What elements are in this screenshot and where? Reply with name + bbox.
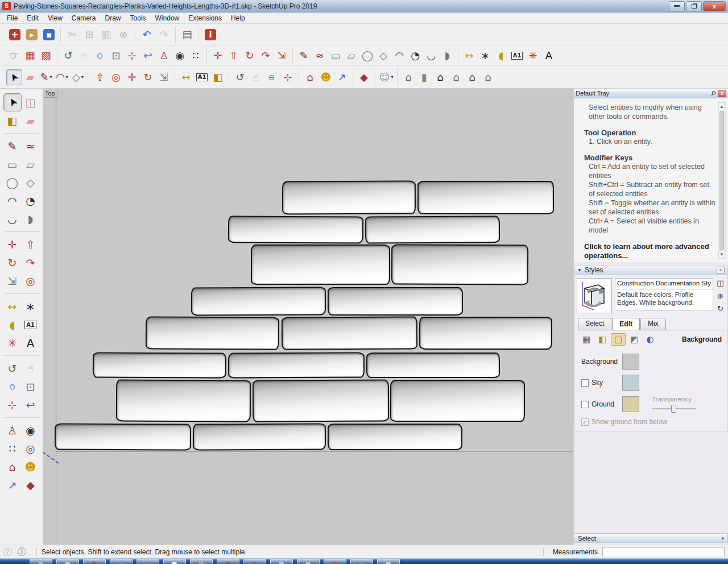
move-tool[interactable]: ✛	[210, 48, 226, 64]
push-pull-tool[interactable]: ⇧	[22, 235, 40, 254]
watermark-settings-icon[interactable]: ◩	[627, 333, 642, 346]
sky-color-swatch[interactable]	[622, 375, 639, 391]
measurements-input[interactable]	[602, 547, 725, 557]
taskbar-button[interactable]	[56, 559, 79, 564]
taskbar-button[interactable]	[190, 559, 213, 564]
component-cabin-button[interactable]: ⌂	[464, 69, 480, 85]
dimension-tool[interactable]: ∗	[477, 48, 493, 64]
scrollbar-thumb[interactable]	[719, 111, 724, 250]
rotate-tool[interactable]: ↻	[140, 69, 156, 85]
move-tool[interactable]: ✛	[124, 69, 140, 85]
protractor-tool[interactable]: ◖	[3, 316, 22, 334]
paint-bucket-tool[interactable]: ◧	[210, 69, 226, 85]
tab-mix[interactable]: Mix	[640, 318, 666, 330]
text-tool[interactable]: A1	[509, 48, 525, 64]
print-button[interactable]: ▤	[179, 26, 196, 43]
collapse-arrow-icon[interactable]: ▼	[577, 268, 582, 273]
paving-plank[interactable]	[419, 317, 552, 350]
paving-plank[interactable]	[328, 424, 462, 450]
paving-plank[interactable]	[93, 352, 226, 378]
paving-plank[interactable]	[328, 287, 463, 316]
component-barn-button[interactable]: ⌂	[480, 69, 496, 85]
arc-tool[interactable]: ◠	[3, 192, 22, 210]
line-tool[interactable]: ✎	[3, 137, 22, 155]
save-document-button[interactable]: ▪	[40, 26, 57, 43]
zoom-tool[interactable]: ⊘	[264, 69, 280, 85]
push-pull-tool[interactable]: ⇧	[226, 48, 242, 64]
tape-measure-tool[interactable]: ↔	[178, 69, 194, 85]
select-tool[interactable]: ➤	[6, 69, 22, 85]
menu-file[interactable]: File	[2, 13, 22, 23]
shapes-tool[interactable]: ◇▾	[70, 69, 86, 85]
menu-edit[interactable]: Edit	[22, 13, 43, 23]
component-home-button[interactable]: ⌂	[432, 69, 448, 85]
component-shed-button[interactable]: ⌂	[448, 69, 464, 85]
pin-icon[interactable]: ⚲	[708, 88, 719, 99]
3d-warehouse-button[interactable]: ⌂	[302, 69, 318, 85]
eraser-tool[interactable]: ▰	[22, 111, 40, 130]
taskbar-button[interactable]	[30, 559, 52, 564]
zoom-extents-tool[interactable]: ⊹	[280, 69, 296, 85]
move-tool[interactable]: ✛	[3, 235, 22, 254]
orbit-tool[interactable]: ↺	[3, 359, 22, 378]
paving-plank[interactable]	[365, 215, 500, 243]
styles-close-icon[interactable]: ×	[717, 267, 725, 273]
expand-arrow-icon[interactable]: ▾	[721, 536, 724, 541]
rotated-rectangle-tool[interactable]: ▱	[22, 155, 40, 173]
transparency-slider[interactable]	[652, 405, 696, 413]
previous-view-tool[interactable]: ↩	[22, 396, 40, 414]
sign-in-button-dropdown-arrow[interactable]: ▾	[391, 74, 393, 80]
text-tool[interactable]: A1	[194, 69, 210, 85]
display-secondary-pane-icon[interactable]: ◫	[717, 279, 723, 287]
taskbar-button[interactable]	[324, 559, 346, 564]
instructor-link[interactable]: Click to learn about more advanced opera…	[584, 242, 717, 260]
circle-tool[interactable]: ◯	[3, 173, 22, 192]
tape-measure-tool[interactable]: ↔	[3, 297, 22, 316]
orbit-tool[interactable]: ↺	[232, 69, 248, 85]
zoom-window-tool[interactable]: ⊡	[22, 378, 40, 396]
menu-draw[interactable]: Draw	[101, 13, 126, 23]
arc-tool-dropdown-arrow[interactable]: ▾	[66, 74, 68, 80]
pan-tool[interactable]: ☝	[22, 359, 40, 378]
position-camera-tool[interactable]: ♙	[156, 48, 172, 64]
paving-plank[interactable]	[228, 352, 365, 378]
arc-3pt-tool[interactable]: ◡	[3, 210, 22, 228]
style-thumbnail[interactable]	[577, 278, 612, 313]
paving-plank[interactable]	[391, 244, 528, 285]
tape-measure-tool[interactable]: ↔	[461, 48, 477, 64]
make-component-tool[interactable]: ◫	[22, 93, 40, 111]
info-icon[interactable]: i	[18, 548, 26, 556]
section-plane-tool[interactable]: ◎	[22, 439, 40, 458]
push-pull-tool[interactable]: ⇧	[92, 69, 108, 85]
paving-plank[interactable]	[55, 423, 191, 450]
ground-color-swatch[interactable]	[622, 396, 639, 412]
pie-tool[interactable]: ◔	[407, 48, 423, 64]
rotate-tool[interactable]: ↻	[242, 48, 258, 64]
arc-filled-tool[interactable]: ◗	[22, 210, 40, 228]
windows-taskbar[interactable]	[0, 558, 728, 564]
share-model-button[interactable]: ↗	[3, 476, 22, 494]
select-tool[interactable]: ➤	[3, 93, 22, 111]
scroll-up-arrow[interactable]: ▲	[718, 102, 725, 110]
taskbar-button[interactable]	[217, 559, 239, 564]
paving-plank[interactable]	[282, 180, 416, 214]
style-name-field[interactable]: Construction Documentation Sty	[615, 278, 713, 289]
sky-checkbox[interactable]	[581, 379, 589, 387]
line-tool[interactable]: ✎	[296, 48, 312, 64]
scale-tool[interactable]: ⇲	[156, 69, 172, 85]
paving-plank[interactable]	[253, 379, 389, 422]
follow-me-tool[interactable]: ↷	[22, 254, 40, 272]
rectangle-tool[interactable]: ▭	[3, 155, 22, 173]
pan-tool[interactable]: ☝	[248, 69, 264, 85]
polygon-tool[interactable]: ◇	[22, 173, 40, 192]
dimension-tool[interactable]: ∗	[22, 297, 40, 316]
shapes-tool-dropdown-arrow[interactable]: ▾	[81, 74, 84, 80]
menu-tools[interactable]: Tools	[126, 13, 151, 23]
edge-settings-icon[interactable]: ▦	[579, 333, 594, 346]
paving-plank[interactable]	[366, 353, 500, 378]
pie-tool[interactable]: ◔	[22, 192, 40, 210]
select-curve-tool[interactable]: ☞	[6, 48, 22, 64]
zoom-tool[interactable]: ⊘	[3, 378, 22, 396]
ground-checkbox[interactable]	[581, 401, 589, 408]
arc-tool[interactable]: ◠▾	[54, 69, 70, 85]
